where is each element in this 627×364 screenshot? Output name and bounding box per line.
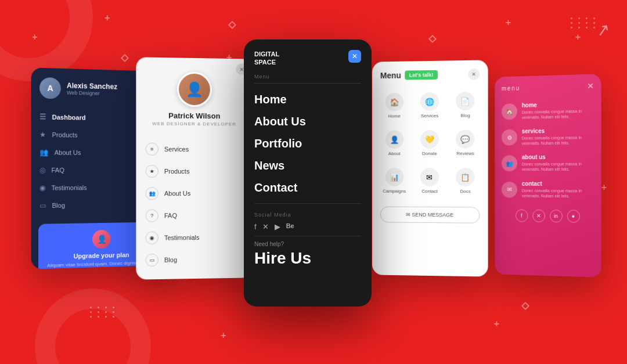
products-icon: ★ [39,131,46,139]
contact-circle-icon: ✉ [420,168,439,186]
icon-reviews[interactable]: 💬 Reviews [449,125,482,161]
card-pink-menu: menu ✕ 🏠 home Donec convallis congue mas… [495,74,601,277]
instagram-soc-icon[interactable]: ● [567,210,579,222]
social-icons: f ✕ ▶ Be [254,222,361,231]
services-row-icon: ⚙ [502,129,517,146]
services-row-content: services Donec convallis congue massa in… [522,127,594,146]
twitter-soc-icon[interactable]: ✕ [532,209,545,222]
deco-diamond-2 [228,21,236,29]
menu-row-contact[interactable]: ✉ contact Donec convallis congue massa i… [495,176,601,203]
menu-row-services[interactable]: ⚙ services Donec convallis congue massa … [495,123,601,150]
close-button-card3[interactable]: ✕ [348,50,361,63]
deco-plus-5: + [575,32,581,42]
menu-item-faq[interactable]: ? FAQ [136,204,252,226]
upgrade-avatar: 👤 [92,230,111,249]
card-main-menu: DIGITALSPACE ✕ Menu Home About Us Portfo… [244,39,372,307]
user-info: Alexis Sanchez Web Designer [67,81,117,96]
menu-section-label: Menu [244,71,372,83]
deco-plus-2: + [105,13,110,23]
deco-diamond-1 [121,54,129,62]
docs-circle-icon: 📋 [456,168,474,186]
card-profile: ✕ 👤 Patrick Wilson Web Designer & Develo… [136,57,252,279]
faq-icon-c2: ? [146,209,158,222]
avatar: A [39,77,61,99]
blog-circle-icon: 📄 [456,92,474,110]
menu-item-testimonials[interactable]: ◉ Testimonials [136,226,252,249]
icon-home[interactable]: 🏠 Home [378,88,411,123]
card4-header: Menu Let's talk! ✕ [372,60,488,84]
home-row-content: home Donec convallis congue massa in ven… [522,100,594,120]
services-icon: ≡ [146,143,158,156]
card5-title: menu [502,85,520,92]
deco-plus-8: + [601,182,607,193]
social-bar: f ✕ in ● [495,204,601,228]
menu-row-home[interactable]: 🏠 home Donec convallis congue massa in v… [495,96,601,125]
deco-plus-7: + [221,330,226,341]
icon-donate[interactable]: 💛 Donate [413,125,446,161]
menu-item-products[interactable]: ★ Products [136,160,252,182]
icon-services[interactable]: 🌐 Services [413,88,446,124]
home-row-icon: 🏠 [502,103,517,120]
menu-items: ≡ Services ★ Products 👥 About Us ? FAQ ◉… [136,133,252,276]
close-button-card5[interactable]: ✕ [587,81,594,91]
menu-row-about[interactable]: 👥 about us Donec convallis congue massa … [495,150,601,176]
behance-icon[interactable]: Be [286,222,294,231]
menu-item-services[interactable]: ≡ Services [136,138,252,161]
linkedin-soc-icon[interactable]: in [549,210,562,222]
deco-diamond-3 [521,302,529,310]
nav-home[interactable]: Home [244,88,372,110]
send-message-button[interactable]: ✉ SEND MESSAGE [380,207,480,224]
icon-contact[interactable]: ✉ Contact [413,163,446,199]
profile-avatar: 👤 [177,72,212,107]
nav-contact[interactable]: Contact [244,176,372,199]
get-in-touch-button[interactable]: ✉ GET IN TOUCH [146,279,243,280]
facebook-soc-icon[interactable]: f [516,209,528,222]
hire-us-text[interactable]: Hire Us [254,248,361,268]
deco-plus-6: + [494,319,499,329]
menu-list: 🏠 home Donec convallis congue massa in v… [495,94,601,206]
twitter-icon[interactable]: ✕ [262,222,269,231]
about-row-content: about us Donec convallis congue massa in… [522,154,594,172]
social-label: Social Media [254,208,361,220]
about-icon: 👥 [39,148,48,156]
about-icon-c2: 👥 [146,187,158,200]
icon-blog[interactable]: 📄 Blog [449,87,482,123]
deco-plus-4: + [506,17,511,28]
brand-name: DIGITALSPACE [254,50,279,67]
nav-news[interactable]: News [244,154,372,176]
deco-plus-1: + [32,32,37,42]
icon-campaigns[interactable]: 📊 Campaigns [378,163,411,199]
card-icon-menu: Menu Let's talk! ✕ 🏠 Home 🌐 Services 📄 B… [372,60,488,276]
youtube-icon[interactable]: ▶ [275,222,280,231]
facebook-icon[interactable]: f [254,222,257,231]
card3-header: DIGITALSPACE ✕ [244,39,372,71]
faq-icon: ◎ [39,166,45,174]
testimonials-icon: ◉ [39,183,45,192]
home-circle-icon: 🏠 [385,93,403,111]
blog-icon-c2: ▭ [146,254,158,266]
deco-diamond-4 [428,35,437,43]
about-row-icon: 👥 [502,156,517,172]
main-nav: Home About Us Portfolio News Contact [244,84,372,203]
about-circle-icon: 👤 [385,130,403,149]
reviews-circle-icon: 💬 [456,130,474,149]
need-help-label: Need help? [254,241,361,247]
icon-about[interactable]: 👤 About [378,125,411,161]
blog-icon: ▭ [39,201,46,210]
social-section: Social Media f ✕ ▶ Be [244,204,372,236]
hire-section: Need help? Hire Us [244,236,372,273]
deco-dots-grid-2 [90,307,117,318]
menu-item-about[interactable]: 👥 About Us [136,182,252,205]
avatar-image: A [39,77,61,99]
products-icon-c2: ★ [146,165,158,178]
contact-row-content: contact Donec convallis congue massa in … [522,181,594,199]
profile-name: Patrick Wilson [146,111,243,120]
services-circle-icon: 🌐 [420,92,439,111]
profile-role: Web Designer & Developer [146,121,243,127]
icon-docs[interactable]: 📋 Docs [449,163,482,199]
menu-item-blog[interactable]: ▭ Blog [136,248,252,272]
close-button-card4[interactable]: ✕ [468,69,480,80]
nav-about[interactable]: About Us [244,110,372,132]
test-icon-c2: ◉ [146,232,158,244]
nav-portfolio[interactable]: Portfolio [244,132,372,154]
